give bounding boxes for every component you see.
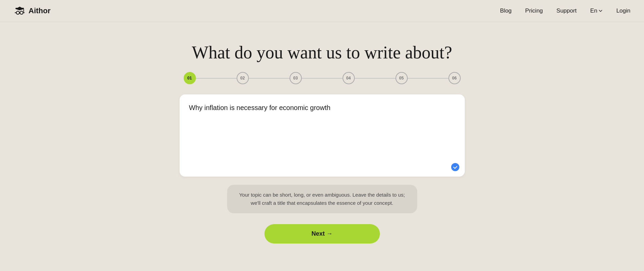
step-line-1 xyxy=(196,78,237,78)
logo[interactable]: Aithor xyxy=(14,5,51,17)
svg-rect-2 xyxy=(23,9,24,12)
chevron-down-icon xyxy=(599,9,603,13)
logo-icon xyxy=(14,5,26,17)
check-icon xyxy=(451,163,459,171)
step-label-4: 04 xyxy=(346,76,351,80)
step-1: 01 xyxy=(184,72,196,84)
hint-text: Your topic can be short, long, or even a… xyxy=(237,191,407,207)
nav-login[interactable]: Login xyxy=(616,7,630,14)
svg-point-3 xyxy=(16,11,19,14)
nav-lang-label: En xyxy=(590,7,597,14)
header: Aithor Blog Pricing Support En Login xyxy=(0,0,644,22)
step-circle-2: 02 xyxy=(237,72,249,84)
step-label-5: 05 xyxy=(399,76,404,80)
step-label-6: 06 xyxy=(452,76,457,80)
logo-text: Aithor xyxy=(29,6,51,15)
hint-box: Your topic can be short, long, or even a… xyxy=(227,185,417,213)
nav-blog[interactable]: Blog xyxy=(500,7,512,14)
step-circle-4: 04 xyxy=(343,72,355,84)
step-circle-1: 01 xyxy=(184,72,196,84)
step-indicator: 01 02 03 04 05 xyxy=(184,72,461,84)
step-5: 05 xyxy=(395,72,408,84)
nav-language[interactable]: En xyxy=(590,7,603,14)
step-circle-6: 06 xyxy=(448,72,461,84)
step-4: 04 xyxy=(343,72,355,84)
step-line-5 xyxy=(408,78,448,78)
step-2: 02 xyxy=(237,72,249,84)
step-circle-3: 03 xyxy=(290,72,302,84)
nav-support[interactable]: Support xyxy=(556,7,577,14)
step-6: 06 xyxy=(448,72,461,84)
step-line-4 xyxy=(355,78,395,78)
svg-point-4 xyxy=(20,11,23,14)
svg-marker-1 xyxy=(15,6,24,10)
step-label-3: 03 xyxy=(293,76,298,80)
nav-pricing[interactable]: Pricing xyxy=(525,7,543,14)
next-button[interactable]: Next → xyxy=(264,224,380,243)
step-line-2 xyxy=(249,78,290,78)
topic-textarea[interactable]: Why inflation is necessary for economic … xyxy=(189,104,455,158)
main-content: What do you want us to write about? 01 0… xyxy=(0,22,644,243)
step-circle-5: 05 xyxy=(395,72,408,84)
step-3: 03 xyxy=(290,72,302,84)
step-line-3 xyxy=(302,78,343,78)
nav: Blog Pricing Support En Login xyxy=(500,7,630,14)
topic-input-container: Why inflation is necessary for economic … xyxy=(180,94,465,177)
page-title: What do you want us to write about? xyxy=(192,42,452,62)
step-label-1: 01 xyxy=(187,76,192,80)
step-label-2: 02 xyxy=(240,76,245,80)
